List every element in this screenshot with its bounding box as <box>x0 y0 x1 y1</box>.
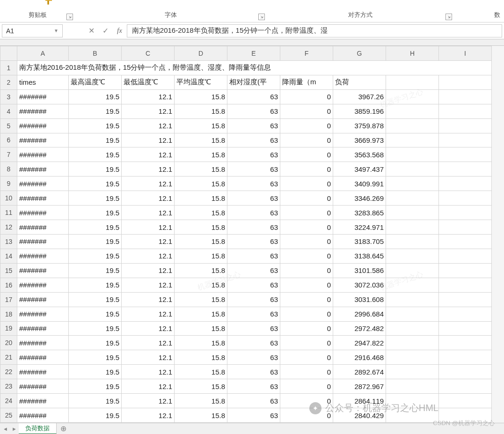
cell[interactable]: 15.8 <box>175 350 227 365</box>
cell[interactable] <box>386 234 439 249</box>
cell[interactable] <box>439 379 492 394</box>
column-header-F[interactable]: F <box>280 46 333 61</box>
cell[interactable]: 0 <box>280 278 333 292</box>
cell[interactable]: 15.8 <box>175 177 227 191</box>
cell[interactable]: 12.1 <box>122 365 175 379</box>
row-header[interactable]: 3 <box>0 89 17 104</box>
cell[interactable] <box>386 408 439 423</box>
cell[interactable]: 15.8 <box>175 263 227 278</box>
dialog-launcher-icon[interactable]: ⇲ <box>446 14 452 20</box>
row-header[interactable]: 25 <box>0 408 17 423</box>
cell[interactable]: 0 <box>280 220 333 235</box>
row-header[interactable]: 23 <box>0 379 17 394</box>
cell[interactable] <box>439 89 492 104</box>
cell[interactable]: 15.8 <box>175 162 227 177</box>
column-header-H[interactable]: H <box>386 46 439 61</box>
cell[interactable] <box>386 292 439 307</box>
row-header[interactable]: 1 <box>0 60 17 75</box>
row-header[interactable]: 10 <box>0 191 17 206</box>
cell[interactable]: 19.5 <box>69 379 122 394</box>
cell[interactable]: 3346.269 <box>333 191 386 206</box>
cell[interactable] <box>439 365 492 379</box>
cell[interactable] <box>439 191 492 206</box>
cell[interactable] <box>386 336 439 350</box>
cell[interactable] <box>386 118 439 133</box>
cell[interactable] <box>439 321 492 336</box>
cell[interactable]: 0 <box>280 292 333 307</box>
cell[interactable] <box>386 394 439 408</box>
cell[interactable]: 63 <box>227 249 280 263</box>
cell[interactable]: 19.5 <box>69 321 122 336</box>
cell[interactable]: ####### <box>17 249 69 263</box>
cell[interactable]: 12.1 <box>122 147 175 162</box>
cell[interactable]: 15.8 <box>175 379 227 394</box>
cell[interactable]: 0 <box>280 394 333 408</box>
cell[interactable]: 63 <box>227 234 280 249</box>
cell[interactable]: 0 <box>280 177 333 191</box>
cell[interactable]: ####### <box>17 292 69 307</box>
cell[interactable]: 3138.645 <box>333 249 386 263</box>
cell[interactable] <box>439 278 492 292</box>
cell[interactable] <box>439 206 492 220</box>
cell[interactable]: 0 <box>280 321 333 336</box>
column-header-I[interactable]: I <box>439 46 492 61</box>
cell[interactable]: 19.5 <box>69 350 122 365</box>
dialog-launcher-icon[interactable]: ⇲ <box>66 14 73 20</box>
cell[interactable]: 19.5 <box>69 133 122 147</box>
cell[interactable] <box>386 350 439 365</box>
cell[interactable]: 2872.967 <box>333 379 386 394</box>
cell-field-header[interactable]: 最低温度℃ <box>122 75 175 89</box>
cell[interactable] <box>439 220 492 235</box>
cell[interactable]: 63 <box>227 118 280 133</box>
cell[interactable]: ####### <box>17 234 69 249</box>
cell[interactable]: ####### <box>17 263 69 278</box>
row-header[interactable]: 24 <box>0 394 17 408</box>
cell-field-header[interactable]: 平均温度℃ <box>175 75 227 89</box>
cell[interactable]: 12.1 <box>122 104 175 118</box>
cell[interactable]: ####### <box>17 336 69 350</box>
cell[interactable]: 3224.971 <box>333 220 386 235</box>
cell[interactable]: 0 <box>280 89 333 104</box>
cell[interactable]: 15.8 <box>175 278 227 292</box>
cell[interactable] <box>386 104 439 118</box>
cell[interactable]: ####### <box>17 133 69 147</box>
cell[interactable] <box>439 162 492 177</box>
cell[interactable]: 0 <box>280 162 333 177</box>
cell[interactable]: 3563.568 <box>333 147 386 162</box>
cell[interactable]: 63 <box>227 379 280 394</box>
select-all-corner[interactable] <box>0 46 17 61</box>
cell[interactable]: 3101.586 <box>333 263 386 278</box>
cell[interactable]: ####### <box>17 321 69 336</box>
cell[interactable]: 2892.674 <box>333 365 386 379</box>
column-header-C[interactable]: C <box>122 46 175 61</box>
cell[interactable]: 12.1 <box>122 191 175 206</box>
chevron-down-icon[interactable]: ▼ <box>54 28 58 33</box>
cell[interactable]: 0 <box>280 191 333 206</box>
cell-field-header[interactable] <box>386 75 439 89</box>
cell[interactable]: 19.5 <box>69 206 122 220</box>
chevron-left-icon[interactable]: ◄ <box>3 426 8 432</box>
cell[interactable]: 0 <box>280 307 333 321</box>
cell[interactable]: 63 <box>227 394 280 408</box>
cell[interactable]: 12.1 <box>122 234 175 249</box>
row-header[interactable]: 15 <box>0 263 17 278</box>
cell[interactable]: ####### <box>17 379 69 394</box>
cell[interactable]: 0 <box>280 206 333 220</box>
cell[interactable]: 19.5 <box>69 220 122 235</box>
cell[interactable] <box>439 408 492 423</box>
row-header[interactable]: 11 <box>0 206 17 220</box>
cell-field-header[interactable]: 相对湿度(平 <box>227 75 280 89</box>
cell[interactable] <box>386 307 439 321</box>
cell[interactable]: 19.5 <box>69 365 122 379</box>
row-header[interactable]: 17 <box>0 292 17 307</box>
cell[interactable]: 63 <box>227 220 280 235</box>
chevron-right-icon[interactable]: ► <box>12 426 17 432</box>
cell[interactable]: 12.1 <box>122 321 175 336</box>
cell[interactable]: 63 <box>227 408 280 423</box>
add-sheet-button[interactable]: ⊕ <box>57 423 70 434</box>
cell[interactable]: 15.8 <box>175 234 227 249</box>
cell-field-header[interactable]: 最高温度℃ <box>69 75 122 89</box>
cell[interactable]: ####### <box>17 394 69 408</box>
row-header[interactable]: 13 <box>0 234 17 249</box>
cell[interactable] <box>386 249 439 263</box>
